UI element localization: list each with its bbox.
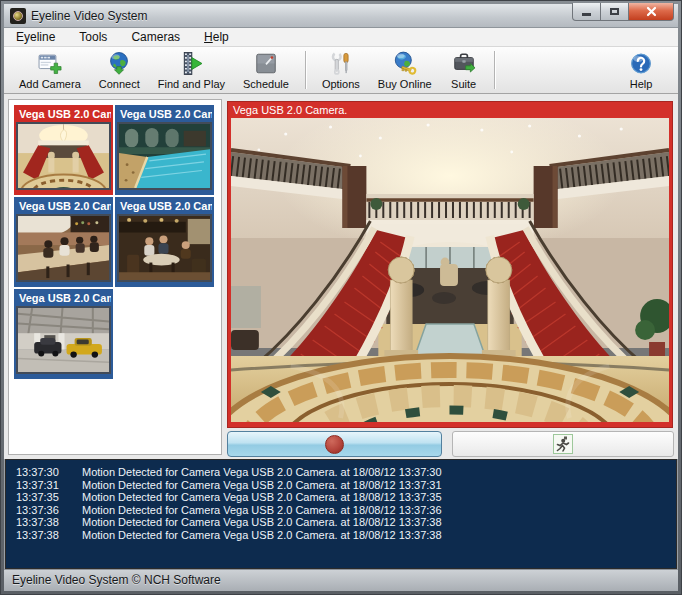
menu-eyeline[interactable]: Eyeline [4,30,67,44]
hotel-lobby-mini-scene [18,124,109,188]
close-icon [646,6,657,17]
log-message: Motion Detected for Camera Vega USB 2.0 … [82,466,442,479]
camera-thumbnail-1[interactable]: Vega USB 2.0 Camera. [14,105,113,195]
parking-garage-mini-scene [18,308,109,372]
camera-thumbnail-label: Vega USB 2.0 Camera. [16,291,111,306]
add-camera-label: Add Camera [19,78,81,90]
connect-label: Connect [99,78,140,90]
log-message: Motion Detected for Camera Vega USB 2.0 … [82,491,442,504]
log-message: Motion Detected for Camera Vega USB 2.0 … [82,529,442,542]
log-entry: 13:37:36 Motion Detected for Camera Vega… [6,504,676,517]
camera-thumbnail-3[interactable]: Vega USB 2.0 Camera. [14,197,113,287]
help-button[interactable]: Help [618,48,664,92]
menu-help[interactable]: Help [192,30,241,44]
camera-thumbnail-label: Vega USB 2.0 Camera. [117,107,212,122]
running-person-icon [553,434,573,454]
schedule-label: Schedule [243,78,289,90]
log-time: 13:37:30 [16,466,68,479]
menu-cameras[interactable]: Cameras [119,30,192,44]
globe-connect-icon [105,50,133,77]
window-inner: Eyeline Video System Eyeline Tools Camer… [4,4,678,591]
maximize-icon [610,8,619,15]
camera-thumbnail-label: Vega USB 2.0 Camera. [16,107,111,122]
record-button[interactable] [227,431,442,457]
log-time: 13:37:38 [16,516,68,529]
help-label: Help [630,78,653,90]
minimize-button[interactable] [572,3,601,21]
motion-detection-button[interactable] [452,431,674,457]
main-video-title: Vega USB 2.0 Camera. [228,102,672,118]
buy-online-button[interactable]: Buy Online [369,48,441,92]
log-entry: 13:37:31 Motion Detected for Camera Vega… [6,479,676,492]
toolbar: Add Camera Connect [4,47,678,94]
restaurant-mini-scene [119,216,210,280]
log-time: 13:37:35 [16,491,68,504]
main-video-frame[interactable]: Vega USB 2.0 Camera. [227,101,673,428]
main-video-feed [231,118,669,422]
buy-online-label: Buy Online [378,78,432,90]
log-entry: 13:37:38 Motion Detected for Camera Vega… [6,529,676,542]
add-camera-icon [36,50,64,77]
camera-thumbnail-video [117,122,212,190]
status-bar: Eyeline Video System © NCH Software [4,569,678,591]
caption-buttons [572,3,674,21]
menu-tools[interactable]: Tools [67,30,119,44]
app-window: Eyeline Video System Eyeline Tools Camer… [0,0,682,595]
bar-mini-scene [18,216,109,280]
workspace: Vega USB 2.0 Camera. [4,94,678,459]
record-dot-icon [325,435,344,454]
log-message: Motion Detected for Camera Vega USB 2.0 … [82,504,442,517]
globe-key-icon [391,50,419,77]
event-log[interactable]: 13:37:30 Motion Detected for Camera Vega… [5,459,677,569]
find-and-play-button[interactable]: Find and Play [149,48,234,92]
toolbar-separator [494,51,495,89]
menu-bar: Eyeline Tools Cameras Help [4,28,678,47]
add-camera-button[interactable]: Add Camera [10,48,90,92]
minimize-icon [582,13,591,16]
film-play-icon [177,50,205,77]
question-mark-icon [627,50,655,77]
connect-button[interactable]: Connect [90,48,149,92]
camera-thumbnail-video [16,122,111,190]
swimming-pool-mini-scene [119,124,210,188]
camera-thumbnail-4[interactable]: Vega USB 2.0 Camera. [115,197,214,287]
find-and-play-label: Find and Play [158,78,225,90]
options-label: Options [322,78,360,90]
camera-thumbnail-2[interactable]: Vega USB 2.0 Camera. [115,105,214,195]
camera-thumbnail-label: Vega USB 2.0 Camera. [117,199,212,214]
title-bar[interactable]: Eyeline Video System [4,4,678,28]
toolbar-separator [305,51,306,89]
options-button[interactable]: Options [313,48,369,92]
camera-thumbnail-5[interactable]: Vega USB 2.0 Camera. [14,289,113,379]
app-logo-icon [10,8,26,24]
maximize-button[interactable] [601,3,629,21]
schedule-button[interactable]: Schedule [234,48,298,92]
clock-icon [252,50,280,77]
camera-list-panel: Vega USB 2.0 Camera. [8,99,222,455]
log-time: 13:37:38 [16,529,68,542]
briefcase-arrow-icon [450,50,478,77]
log-entry: 13:37:35 Motion Detected for Camera Vega… [6,491,676,504]
hotel-lobby-scene [231,118,669,422]
log-time: 13:37:31 [16,479,68,492]
camera-thumbnail-video [117,214,212,282]
log-time: 13:37:36 [16,504,68,517]
window-title: Eyeline Video System [31,9,148,23]
camera-thumbnail-label: Vega USB 2.0 Camera. [16,199,111,214]
log-entry: 13:37:30 Motion Detected for Camera Vega… [6,466,676,479]
tools-icon [327,50,355,77]
log-message: Motion Detected for Camera Vega USB 2.0 … [82,479,442,492]
log-message: Motion Detected for Camera Vega USB 2.0 … [82,516,442,529]
close-button[interactable] [629,3,674,21]
camera-thumbnail-video [16,306,111,374]
suite-label: Suite [451,78,476,90]
suite-button[interactable]: Suite [441,48,487,92]
log-entry: 13:37:38 Motion Detected for Camera Vega… [6,516,676,529]
camera-thumbnail-video [16,214,111,282]
